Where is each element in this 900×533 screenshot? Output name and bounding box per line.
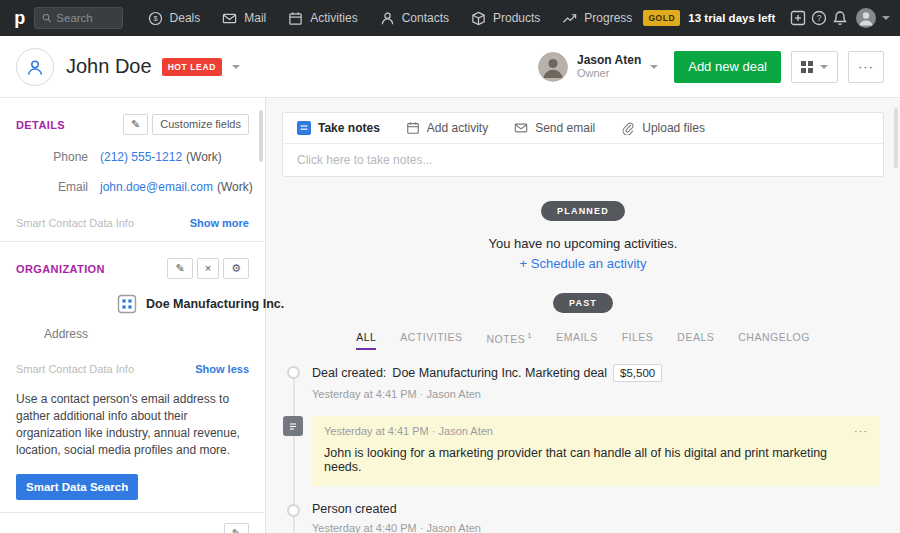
deal-title-link[interactable]: Doe Manufacturing Inc. Marketing deal <box>392 366 607 380</box>
timeline-filter-tabs: ALL ACTIVITIES NOTES1 EMAILS FILES DEALS… <box>266 331 900 350</box>
phone-value-link[interactable]: (212) 555-1212 <box>100 150 182 164</box>
smart-contact-data-info: Smart Contact Data Info <box>16 217 134 229</box>
unlink-organization-button[interactable]: × <box>197 258 219 279</box>
timeline-item-person-created: Person created Yesterday at 4:40 PM · Ja… <box>276 502 880 533</box>
quick-add-button[interactable] <box>787 0 808 36</box>
filter-emails[interactable]: EMAILS <box>556 331 598 350</box>
notifications-button[interactable] <box>830 0 851 36</box>
filter-all[interactable]: ALL <box>356 331 376 350</box>
timeline-item-deal-created: Deal created: Doe Manufacturing Inc. Mar… <box>276 364 880 400</box>
tab-upload-files[interactable]: Upload files <box>621 121 705 135</box>
note-marker-icon <box>283 416 303 436</box>
show-less-link[interactable]: Show less <box>195 363 249 375</box>
smart-data-search-button[interactable]: Smart Data Search <box>16 474 138 500</box>
paperclip-icon <box>621 121 635 135</box>
search-icon <box>42 12 52 24</box>
person-icon <box>380 11 395 26</box>
nav-activities[interactable]: Activities <box>277 0 368 36</box>
smart-contact-data-info: Smart Contact Data Info <box>16 363 134 375</box>
phone-field-row: Phone (212) 555-1212(Work) <box>16 147 249 165</box>
search-box[interactable] <box>34 7 123 29</box>
timeline: Deal created: Doe Manufacturing Inc. Mar… <box>276 364 880 533</box>
filter-activities[interactable]: ACTIVITIES <box>400 331 462 350</box>
deal-created-prefix: Deal created: <box>312 366 386 380</box>
pipedrive-app: p $ Deals Mail Activities Contacts Produ… <box>0 0 900 533</box>
nav-progress[interactable]: Progress <box>551 0 643 36</box>
contact-avatar[interactable] <box>16 48 54 86</box>
details-section-title: DETAILS <box>16 119 65 131</box>
edit-organization-button[interactable]: ✎ <box>167 258 192 279</box>
organization-settings-button[interactable]: ⚙ <box>223 258 249 279</box>
nav-contacts-label: Contacts <box>402 11 449 25</box>
tab-send-email[interactable]: Send email <box>514 121 595 135</box>
trial-countdown: 13 trial days left <box>688 12 775 24</box>
pipedrive-logo[interactable]: p <box>10 5 30 31</box>
phone-label: Phone <box>16 150 88 164</box>
nav-products[interactable]: Products <box>460 0 551 36</box>
page-title: John Doe <box>66 55 152 78</box>
nav-deals-label: Deals <box>170 11 201 25</box>
filter-files[interactable]: FILES <box>622 331 654 350</box>
phone-type: (Work) <box>186 150 222 164</box>
owner-selector[interactable]: Jason Aten Owner <box>538 52 658 82</box>
user-avatar-icon <box>855 7 877 29</box>
note-more-button[interactable]: ··· <box>854 425 868 437</box>
smart-data-description: Use a contact person's email address to … <box>16 391 249 459</box>
chevron-down-icon[interactable] <box>232 65 240 69</box>
hot-lead-badge[interactable]: HOT LEAD <box>162 58 222 76</box>
deal-created-meta: Yesterday at 4:41 PM · Jason Aten <box>312 388 662 400</box>
sidebar-scrollbar[interactable] <box>259 110 263 162</box>
filter-changelog[interactable]: CHANGELOG <box>738 331 810 350</box>
chevron-down-icon <box>820 65 828 69</box>
nav-mail[interactable]: Mail <box>211 0 277 36</box>
customize-fields-button[interactable]: Customize fields <box>152 114 249 135</box>
email-field-row: Email john.doe@email.com(Work) <box>16 177 249 195</box>
email-value-link[interactable]: john.doe@email.com <box>100 180 213 194</box>
plus-square-icon <box>790 10 806 26</box>
edit-details-button[interactable]: ✎ <box>123 114 148 135</box>
edit-section-button[interactable]: ✎ <box>224 523 249 533</box>
notes-count-badge: 1 <box>527 331 532 340</box>
organization-row: Doe Manufacturing Inc. <box>116 293 249 315</box>
filter-notes[interactable]: NOTES1 <box>487 331 533 350</box>
owner-avatar <box>538 52 568 82</box>
deal-value-chip: $5,500 <box>613 364 662 382</box>
svg-text:?: ? <box>817 13 822 23</box>
address-label: Address <box>16 327 88 341</box>
box-icon <box>471 11 486 26</box>
past-badge: PAST <box>553 293 613 313</box>
note-card[interactable]: Yesterday at 4:41 PM · Jason Aten ··· Jo… <box>312 416 880 486</box>
notes-input[interactable]: Click here to take notes... <box>283 144 883 176</box>
tab-add-activity-label: Add activity <box>427 121 488 135</box>
more-actions-button[interactable]: ··· <box>848 51 884 83</box>
chevron-down-icon <box>650 65 658 69</box>
organization-section-title: ORGANIZATION <box>16 263 105 275</box>
main-scrollbar[interactable] <box>894 108 898 168</box>
tab-take-notes[interactable]: Take notes <box>297 121 380 135</box>
user-menu[interactable] <box>855 7 890 29</box>
top-navigation: p $ Deals Mail Activities Contacts Produ… <box>0 0 900 36</box>
schedule-activity-link[interactable]: + Schedule an activity <box>266 256 900 271</box>
filter-deals[interactable]: DEALS <box>677 331 714 350</box>
nav-contacts[interactable]: Contacts <box>369 0 460 36</box>
search-input[interactable] <box>56 12 114 24</box>
timeline-marker <box>287 366 300 379</box>
next-section-partial: ✎ <box>0 513 265 533</box>
layout-switcher-button[interactable] <box>791 51 838 83</box>
person-created-title: Person created <box>312 502 397 516</box>
person-created-meta: Yesterday at 4:40 PM · Jason Aten <box>312 522 481 533</box>
plan-badge: GOLD <box>643 10 680 26</box>
organization-section: ORGANIZATION ✎ × ⚙ Doe Manufacturing Inc… <box>0 242 265 511</box>
tab-add-activity[interactable]: Add activity <box>406 121 488 135</box>
add-new-deal-button[interactable]: Add new deal <box>674 51 781 83</box>
owner-name: Jason Aten <box>577 53 641 67</box>
nav-progress-label: Progress <box>584 11 632 25</box>
filter-notes-label: NOTES <box>487 333 526 345</box>
show-more-link[interactable]: Show more <box>190 217 249 229</box>
nav-products-label: Products <box>493 11 540 25</box>
help-button[interactable]: ? <box>809 0 830 36</box>
nav-deals[interactable]: $ Deals <box>137 0 212 36</box>
organization-name-link[interactable]: Doe Manufacturing Inc. <box>146 297 284 311</box>
building-icon <box>116 293 138 315</box>
body-area: DETAILS ✎ Customize fields Phone (212) 5… <box>0 98 900 533</box>
